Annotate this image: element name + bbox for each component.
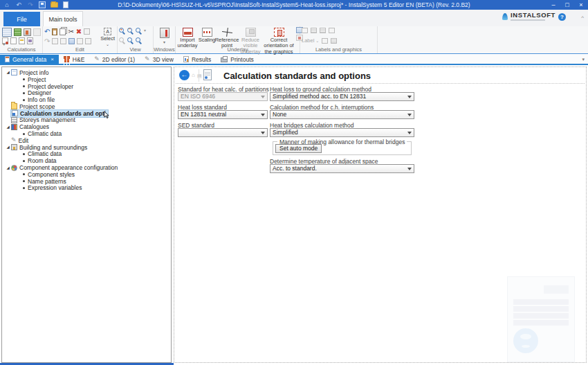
open-folder-icon[interactable] xyxy=(50,2,58,8)
select-tool[interactable]: A Select ⌄ xyxy=(100,28,115,46)
shape-icon[interactable] xyxy=(302,28,308,33)
mini-home-icon[interactable]: ⌂ xyxy=(192,73,195,78)
tree-item-climatic-data-building[interactable]: Climatic data xyxy=(2,151,171,158)
back-button[interactable]: ← xyxy=(179,70,190,80)
zoom-in-icon[interactable]: + xyxy=(119,28,124,33)
expander-icon[interactable]: ◢ xyxy=(5,124,11,130)
run-calculations-icon[interactable] xyxy=(2,28,12,37)
ribbon: ▾ Calculations ↶ ✂ ✖ ↷ A Select ⌄ Edit xyxy=(0,26,588,54)
calc-building-icon[interactable] xyxy=(24,28,31,36)
tree-item-project[interactable]: Project xyxy=(2,76,171,83)
move-icon[interactable] xyxy=(84,28,90,35)
delete-icon[interactable]: ✖ xyxy=(76,28,82,35)
tab-file[interactable]: File xyxy=(3,12,40,26)
tree-item-room-data[interactable]: Room data xyxy=(2,157,171,164)
mini-list-icon[interactable]: ▤ xyxy=(197,73,202,79)
zoom-previous-icon[interactable] xyxy=(136,37,140,42)
minimize-button[interactable]: – xyxy=(546,0,560,10)
reference-point-button[interactable]: Reference point xyxy=(216,27,238,49)
maximize-button[interactable]: □ xyxy=(560,0,574,10)
tab-3d-view[interactable]: ✎ 3D view xyxy=(140,55,178,64)
copy-icon[interactable] xyxy=(59,28,66,35)
zoom-window-icon[interactable] xyxy=(127,37,132,42)
tree-item-project-info[interactable]: ◢ Project info xyxy=(2,69,171,76)
mirror-icon[interactable] xyxy=(52,38,58,44)
tree-item-edit[interactable]: ✎ Edit xyxy=(2,137,171,144)
adjacent-space-select[interactable]: Acc. to standard. xyxy=(270,164,414,173)
expander-icon[interactable]: ◢ xyxy=(5,69,11,75)
pan-icon[interactable] xyxy=(119,37,124,42)
label-dropdown-icon[interactable]: ⌄ xyxy=(315,38,319,43)
tab-printouts[interactable]: Printouts xyxy=(216,55,259,64)
tree-item-designer[interactable]: Designer xyxy=(2,89,171,96)
calc-table-icon[interactable] xyxy=(14,28,21,36)
array-icon[interactable] xyxy=(68,38,75,44)
heat-loss-standard-select[interactable]: EN 12831 neutral xyxy=(178,110,268,119)
tree-item-storeys-management[interactable]: Storeys management xyxy=(2,117,171,124)
set-auto-mode-button[interactable]: Set auto mode xyxy=(275,144,322,153)
tab-general-data[interactable]: General data × xyxy=(0,55,59,64)
redo-icon[interactable]: ↷ xyxy=(27,1,34,8)
home-icon[interactable]: ⌂ xyxy=(3,1,10,8)
table-icon[interactable] xyxy=(331,38,337,44)
paste-icon[interactable] xyxy=(52,28,57,35)
scaling-button[interactable]: Scaling xyxy=(198,27,216,43)
select-dropdown-icon[interactable]: ⌄ xyxy=(106,42,109,46)
redo-icon[interactable]: ↷ xyxy=(44,37,50,45)
ground-method-select[interactable]: Simplified method acc. to EN 12831 xyxy=(270,92,414,101)
windows-dropdown-icon[interactable]: ▾ xyxy=(163,39,165,44)
label-button[interactable]: Label ⌄ xyxy=(302,37,319,44)
tree-item-project-scope[interactable]: Project scope xyxy=(2,103,171,110)
bullet-icon xyxy=(23,153,25,155)
calc-options-icon[interactable] xyxy=(27,37,33,44)
measure-icon[interactable] xyxy=(85,38,91,44)
tab-main-tools[interactable]: Main tools xyxy=(43,11,83,26)
close-button[interactable]: × xyxy=(574,0,588,10)
tree-item-component-appearance[interactable]: ◢ Component appearance configuration xyxy=(2,164,171,171)
undo-icon[interactable]: ↶ xyxy=(15,1,22,8)
help-icon[interactable]: ? xyxy=(558,13,566,21)
tree-item-name-patterns[interactable]: Name patterns xyxy=(2,178,171,185)
align-icon[interactable] xyxy=(60,38,66,44)
tree-item-calculation-standards[interactable]: Calculation standards and opti xyxy=(2,110,171,117)
tree-item-catalogues[interactable]: ◢ Catalogues xyxy=(2,123,171,130)
tab-results[interactable]: Results xyxy=(178,55,216,64)
view-dropdown-icon[interactable]: ▾ xyxy=(144,28,146,33)
heat-bridges-method-select[interactable]: Simplified xyxy=(270,128,414,137)
text-icon[interactable] xyxy=(329,28,335,33)
zoom-extents-icon[interactable] xyxy=(136,28,140,33)
image-icon[interactable] xyxy=(311,28,317,33)
import-underlay-button[interactable]: Import underlay xyxy=(177,27,198,49)
undo-icon[interactable]: ↶ xyxy=(44,28,50,35)
tab-2d-editor[interactable]: ✎ 2D editor (1) xyxy=(89,55,140,64)
tab-overflow-icon[interactable]: ▾ xyxy=(582,57,588,62)
collapse-ribbon-icon[interactable]: ^ xyxy=(581,15,584,21)
close-tab-icon[interactable]: × xyxy=(50,56,54,62)
save-icon[interactable] xyxy=(39,1,46,8)
brand-name: INSTALSOFT xyxy=(511,12,555,19)
zoom-out-icon[interactable]: − xyxy=(127,28,132,33)
stretch-icon[interactable] xyxy=(77,38,83,44)
tree-item-climatic-data[interactable]: Climatic data xyxy=(2,130,171,137)
expander-icon[interactable]: ◢ xyxy=(5,165,11,171)
pencil-icon: ✎ xyxy=(94,56,100,62)
interruptions-method-select[interactable]: None xyxy=(270,110,414,119)
tab-he[interactable]: H&E xyxy=(59,55,89,64)
calc-doc-icon[interactable] xyxy=(10,37,17,44)
windows-icon[interactable] xyxy=(160,28,169,38)
partitions-standard-select[interactable]: EN ISO 6946 xyxy=(178,92,268,101)
calc-results-icon[interactable] xyxy=(19,37,25,44)
expander-icon[interactable]: ◢ xyxy=(5,144,11,150)
list-icon[interactable] xyxy=(320,28,326,33)
tree-item-info-on-file[interactable]: Info on file xyxy=(2,96,171,103)
select-label: Select xyxy=(100,35,115,42)
tree-item-expression-variables[interactable]: Expression variables xyxy=(2,185,171,192)
cut-icon[interactable]: ✂ xyxy=(68,28,73,35)
new-file-icon[interactable] xyxy=(63,1,68,8)
tree-item-building-surroundings[interactable]: ◢ Building and surroundings xyxy=(2,144,171,151)
legend-icon[interactable] xyxy=(322,38,328,44)
tree-item-project-developer[interactable]: Project developer xyxy=(2,83,171,90)
sed-standard-select[interactable] xyxy=(178,128,268,137)
tree-item-component-styles[interactable]: Component styles xyxy=(2,171,171,178)
calc-disabled-icon[interactable] xyxy=(33,28,41,36)
